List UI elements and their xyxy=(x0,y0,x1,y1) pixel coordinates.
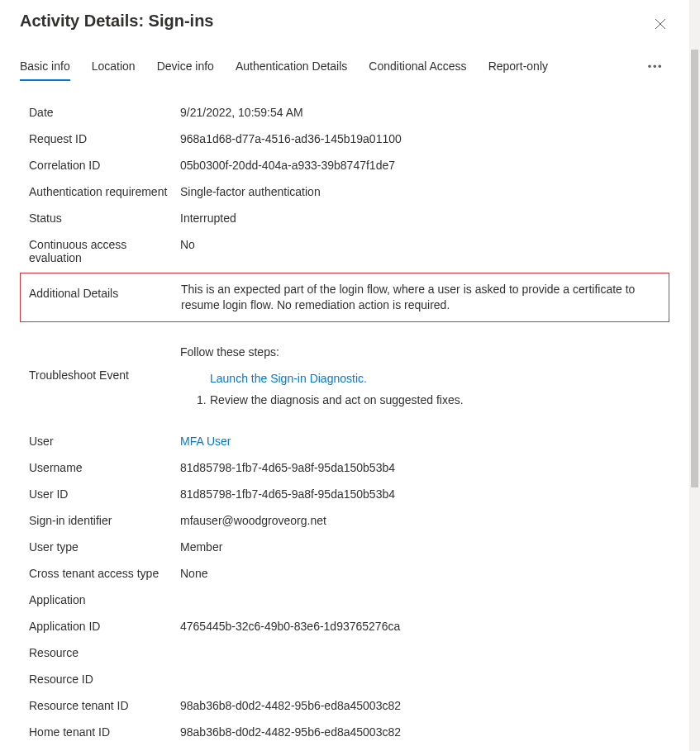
value-status: Interrupted xyxy=(180,212,669,225)
label-resource-id: Resource ID xyxy=(29,673,180,686)
page-title: Activity Details: Sign-ins xyxy=(20,12,214,31)
row-cae: Continuous access evaluation No xyxy=(29,233,669,269)
row-signin-identifier: Sign-in identifier mfauser@woodgroveorg.… xyxy=(29,509,669,535)
tabs-container: Basic info Location Device info Authenti… xyxy=(20,59,548,80)
value-correlation-id: 05b0300f-20dd-404a-a933-39b8747f1de7 xyxy=(180,159,669,172)
label-home-tenant-id: Home tenant ID xyxy=(29,725,180,739)
value-user-type: Member xyxy=(180,540,669,554)
scrollbar-thumb[interactable] xyxy=(691,50,698,487)
label-application: Application xyxy=(29,593,180,606)
row-user-type: User type Member xyxy=(29,535,669,562)
row-cross-tenant: Cross tenant access type None xyxy=(29,562,669,588)
label-cae: Continuous access evaluation xyxy=(29,238,180,264)
row-application-id: Application ID 4765445b-32c6-49b0-83e6-1… xyxy=(29,615,669,641)
row-additional-details: Additional Details This is an expected p… xyxy=(20,273,669,322)
label-correlation-id: Correlation ID xyxy=(29,159,180,172)
value-home-tenant-id: 98ab36b8-d0d2-4482-95b6-ed8a45003c82 xyxy=(180,725,669,739)
value-additional-details: This is an expected part of the login fl… xyxy=(181,282,660,313)
value-cross-tenant: None xyxy=(180,567,669,580)
value-application-id: 4765445b-32c6-49b0-83e6-1d93765276ca xyxy=(180,620,669,633)
value-signin-identifier: mfauser@woodgroveorg.net xyxy=(180,514,669,527)
label-application-id: Application ID xyxy=(29,620,180,633)
label-additional-details: Additional Details xyxy=(29,282,181,300)
value-user-id: 81d85798-1fb7-4d65-9a8f-95da150b53b4 xyxy=(180,487,669,501)
row-username: Username 81d85798-1fb7-4d65-9a8f-95da150… xyxy=(29,456,669,482)
label-user: User xyxy=(29,435,180,448)
close-icon xyxy=(655,18,666,30)
details-panel: Date 9/21/2022, 10:59:54 AM Request ID 9… xyxy=(20,101,669,751)
value-request-id: 968a1d68-d77a-4516-ad36-145b19a01100 xyxy=(180,132,669,145)
label-cross-tenant: Cross tenant access type xyxy=(29,567,180,580)
value-cae: No xyxy=(180,238,669,251)
row-resource-id: Resource ID xyxy=(29,668,669,694)
row-date: Date 9/21/2022, 10:59:54 AM xyxy=(29,101,669,127)
tab-basic-info[interactable]: Basic info xyxy=(20,59,70,81)
launch-diagnostic-link[interactable]: Launch the Sign-in Diagnostic. xyxy=(210,372,367,385)
tab-conditional-access[interactable]: Conditional Access xyxy=(369,59,466,81)
close-button[interactable] xyxy=(651,15,669,35)
tab-device-info[interactable]: Device info xyxy=(157,59,214,81)
label-user-id: User ID xyxy=(29,487,180,501)
troubleshoot-step-1: Review the diagnosis and act on suggeste… xyxy=(210,393,669,406)
value-username: 81d85798-1fb7-4d65-9a8f-95da150b53b4 xyxy=(180,461,669,474)
label-auth-requirement: Authentication requirement xyxy=(29,185,180,198)
value-date: 9/21/2022, 10:59:54 AM xyxy=(180,106,669,119)
label-resource: Resource xyxy=(29,646,180,659)
row-request-id: Request ID 968a1d68-d77a-4516-ad36-145b1… xyxy=(29,127,669,154)
user-link[interactable]: MFA User xyxy=(180,435,231,448)
tab-report-only[interactable]: Report-only xyxy=(488,59,548,81)
row-correlation-id: Correlation ID 05b0300f-20dd-404a-a933-3… xyxy=(29,154,669,180)
label-signin-identifier: Sign-in identifier xyxy=(29,514,180,527)
label-username: Username xyxy=(29,461,180,474)
row-user: User MFA User xyxy=(29,430,669,456)
scrollbar-track[interactable] xyxy=(689,0,700,751)
row-home-tenant-id: Home tenant ID 98ab36b8-d0d2-4482-95b6-e… xyxy=(29,720,669,747)
row-auth-requirement: Authentication requirement Single-factor… xyxy=(29,180,669,207)
value-resource-tenant-id: 98ab36b8-d0d2-4482-95b6-ed8a45003c82 xyxy=(180,699,669,712)
row-status: Status Interrupted xyxy=(29,207,669,233)
more-actions-button[interactable]: ••• xyxy=(645,60,666,79)
row-troubleshoot: Troubleshoot Event Follow these steps: L… xyxy=(29,345,669,406)
label-user-type: User type xyxy=(29,540,180,554)
label-request-id: Request ID xyxy=(29,132,180,145)
label-troubleshoot: Troubleshoot Event xyxy=(29,345,180,406)
row-application: Application xyxy=(29,588,669,615)
troubleshoot-intro: Follow these steps: xyxy=(180,345,669,359)
row-resource: Resource xyxy=(29,641,669,668)
label-resource-tenant-id: Resource tenant ID xyxy=(29,699,180,712)
label-status: Status xyxy=(29,212,180,225)
row-home-tenant-name: Home tenant name xyxy=(29,747,669,751)
value-auth-requirement: Single-factor authentication xyxy=(180,185,669,198)
tab-authentication-details[interactable]: Authentication Details xyxy=(236,59,347,81)
row-user-id: User ID 81d85798-1fb7-4d65-9a8f-95da150b… xyxy=(29,482,669,509)
tab-location[interactable]: Location xyxy=(92,59,136,81)
row-resource-tenant-id: Resource tenant ID 98ab36b8-d0d2-4482-95… xyxy=(29,694,669,720)
label-date: Date xyxy=(29,106,180,119)
